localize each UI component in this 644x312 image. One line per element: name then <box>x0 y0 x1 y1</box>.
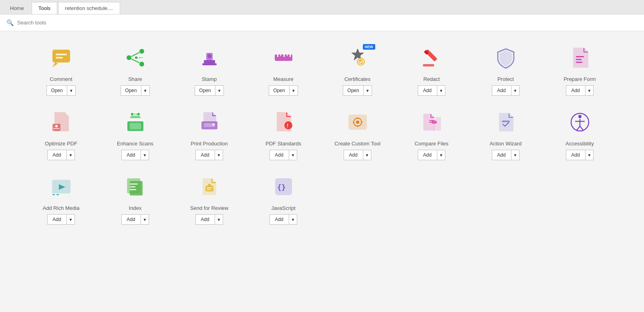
svg-point-14 <box>207 54 211 58</box>
tool-dropdown-button-protect[interactable]: ▼ <box>511 85 520 96</box>
tool-item-create-custom-tool: Create Custom ToolAdd▼ <box>320 108 394 160</box>
tab-home[interactable]: Home <box>3 2 31 14</box>
search-input[interactable] <box>17 20 137 26</box>
tool-add-button-print-production[interactable]: Add <box>195 150 215 160</box>
tool-add-button-javascript[interactable]: Add <box>270 214 289 225</box>
tool-icon-redact <box>417 43 446 72</box>
svg-rect-33 <box>130 123 141 129</box>
tool-icon-javascript: {} <box>269 172 298 201</box>
svg-line-55 <box>580 126 583 130</box>
tool-open-button-certificates[interactable]: Open <box>343 85 363 96</box>
svg-point-5 <box>139 49 144 54</box>
tool-item-add-rich-media: Add Rich MediaAdd▼ <box>24 172 98 225</box>
tool-add-button-send-for-review[interactable]: Add <box>195 214 215 225</box>
tool-icon-stamp <box>195 43 224 72</box>
tool-dropdown-button-prepare-form[interactable]: ▼ <box>585 85 594 96</box>
tool-dropdown-button-accessibility[interactable]: ▼ <box>585 150 594 160</box>
tool-icon-comment <box>47 43 76 72</box>
tab-tools[interactable]: Tools <box>32 2 57 14</box>
svg-rect-25 <box>423 64 434 66</box>
tool-name-protect: Protect <box>497 76 514 82</box>
svg-text:{}: {} <box>277 183 286 191</box>
tool-add-button-protect[interactable]: Add <box>492 85 511 96</box>
tool-open-button-share[interactable]: Open <box>121 85 141 96</box>
tool-item-enhance-scans: Enhance ScansAdd▼ <box>98 108 172 160</box>
tab-doc[interactable]: retention schedule.... <box>58 2 120 14</box>
tool-name-optimize-pdf: Optimize PDF <box>45 141 77 147</box>
tool-dropdown-button-javascript[interactable]: ▼ <box>289 214 298 225</box>
tool-add-button-pdf-standards[interactable]: Add <box>270 150 289 160</box>
tab-bar: Home Tools retention schedule.... <box>0 0 644 14</box>
svg-point-4 <box>127 55 131 60</box>
tool-dropdown-button-send-for-review[interactable]: ▼ <box>215 214 223 225</box>
tool-name-stamp: Stamp <box>202 76 217 82</box>
tool-dropdown-button-enhance-scans[interactable]: ▼ <box>141 150 149 160</box>
main-content: CommentOpen▼ ShareOpen▼ StampOpen▼ Measu… <box>0 31 644 312</box>
tool-btn-group-comment: Open▼ <box>46 85 75 96</box>
svg-rect-27 <box>576 59 582 60</box>
tool-item-javascript: {} JavaScriptAdd▼ <box>246 172 320 225</box>
svg-point-43 <box>356 121 359 124</box>
tool-add-button-optimize-pdf[interactable]: Add <box>47 150 66 160</box>
tool-add-button-accessibility[interactable]: Add <box>566 150 585 160</box>
tool-dropdown-button-index[interactable]: ▼ <box>141 214 149 225</box>
tool-open-button-comment[interactable]: Open <box>46 85 66 96</box>
tool-item-share: ShareOpen▼ <box>98 43 172 96</box>
tool-add-button-create-custom-tool[interactable]: Add <box>344 150 363 160</box>
tool-item-comment: CommentOpen▼ <box>24 43 98 96</box>
svg-rect-64 <box>130 186 135 187</box>
tool-item-stamp: StampOpen▼ <box>172 43 246 96</box>
tool-btn-group-accessibility: Add▼ <box>566 150 594 160</box>
tool-btn-group-compare-files: Add▼ <box>418 150 446 160</box>
tool-icon-certificates: NEW <box>343 43 372 72</box>
tool-dropdown-button-create-custom-tool[interactable]: ▼ <box>363 150 372 160</box>
tool-btn-group-share: Open▼ <box>121 85 149 96</box>
tool-icon-index <box>121 172 150 201</box>
tool-add-button-index[interactable]: Add <box>121 214 141 225</box>
svg-rect-0 <box>52 50 70 62</box>
svg-rect-17 <box>280 54 281 56</box>
tool-dropdown-button-add-rich-media[interactable]: ▼ <box>66 214 75 225</box>
tool-item-certificates: NEWCertificatesOpen▼ <box>320 43 394 96</box>
tool-dropdown-button-comment[interactable]: ▼ <box>67 85 76 96</box>
tool-btn-group-stamp: Open▼ <box>195 85 223 96</box>
tool-item-pdf-standards: ! PDF StandardsAdd▼ <box>246 108 320 160</box>
tool-open-button-measure[interactable]: Open <box>269 85 289 96</box>
tool-add-button-prepare-form[interactable]: Add <box>566 85 585 96</box>
tool-add-button-compare-files[interactable]: Add <box>418 150 437 160</box>
svg-rect-65 <box>130 189 136 190</box>
tool-btn-group-protect: Add▼ <box>492 85 520 96</box>
tool-item-prepare-form: Prepare FormAdd▼ <box>543 43 617 96</box>
svg-rect-3 <box>56 57 63 58</box>
tool-dropdown-button-certificates[interactable]: ▼ <box>363 85 372 96</box>
tool-name-javascript: JavaScript <box>271 205 296 211</box>
tool-dropdown-button-redact[interactable]: ▼ <box>437 85 446 96</box>
tools-grid: CommentOpen▼ ShareOpen▼ StampOpen▼ Measu… <box>24 43 620 237</box>
tool-icon-measure <box>269 43 298 72</box>
tool-add-button-enhance-scans[interactable]: Add <box>121 150 141 160</box>
tool-dropdown-button-compare-files[interactable]: ▼ <box>437 150 446 160</box>
tool-dropdown-button-print-production[interactable]: ▼ <box>215 150 223 160</box>
tool-item-accessibility: AccessibilityAdd▼ <box>543 108 617 160</box>
tool-add-button-redact[interactable]: Add <box>418 85 437 96</box>
tool-icon-protect <box>491 43 520 72</box>
tool-btn-group-pdf-standards: Add▼ <box>270 150 298 160</box>
tool-dropdown-button-optimize-pdf[interactable]: ▼ <box>66 150 75 160</box>
tool-dropdown-button-share[interactable]: ▼ <box>141 85 150 96</box>
tool-btn-group-print-production: Add▼ <box>195 150 223 160</box>
tool-item-redact: RedactAdd▼ <box>394 43 469 96</box>
tool-icon-optimize-pdf <box>47 108 76 137</box>
tool-add-button-add-rich-media[interactable]: Add <box>47 214 66 225</box>
tool-dropdown-button-pdf-standards[interactable]: ▼ <box>289 150 298 160</box>
tool-dropdown-button-stamp[interactable]: ▼ <box>215 85 224 96</box>
tool-dropdown-button-measure[interactable]: ▼ <box>289 85 298 96</box>
tool-icon-pdf-standards: ! <box>269 108 298 137</box>
svg-point-38 <box>212 123 215 126</box>
tool-open-button-stamp[interactable]: Open <box>195 85 215 96</box>
svg-point-51 <box>578 115 582 118</box>
tool-add-button-action-wizard[interactable]: Add <box>492 150 511 160</box>
tool-icon-print-production <box>195 108 224 137</box>
tool-item-send-for-review: Send for ReviewAdd▼ <box>172 172 246 225</box>
tool-dropdown-button-action-wizard[interactable]: ▼ <box>511 150 520 160</box>
svg-marker-1 <box>52 62 58 67</box>
